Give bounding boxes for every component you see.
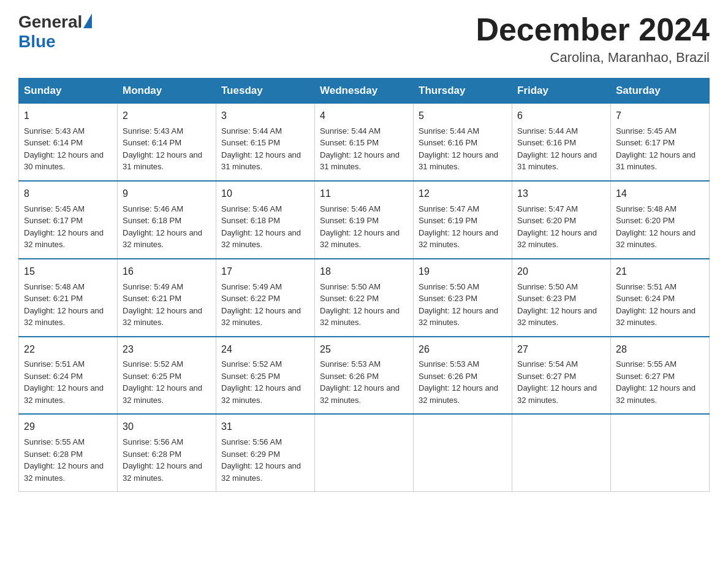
calendar-header-tuesday: Tuesday (216, 79, 315, 104)
calendar-cell: 4Sunrise: 5:44 AMSunset: 6:15 PMDaylight… (315, 104, 414, 181)
day-number: 2 (123, 109, 211, 124)
day-number: 11 (320, 186, 408, 202)
calendar-header-thursday: Thursday (414, 79, 512, 104)
day-number: 1 (24, 109, 112, 124)
calendar-subtitle: Carolina, Maranhao, Brazil (476, 50, 710, 66)
day-info: Sunrise: 5:50 AMSunset: 6:22 PMDaylight:… (320, 281, 408, 329)
calendar-cell: 22Sunrise: 5:51 AMSunset: 6:24 PMDayligh… (19, 337, 118, 415)
day-info: Sunrise: 5:53 AMSunset: 6:26 PMDaylight:… (419, 358, 507, 406)
day-info: Sunrise: 5:51 AMSunset: 6:24 PMDaylight:… (616, 281, 704, 329)
day-info: Sunrise: 5:50 AMSunset: 6:23 PMDaylight:… (517, 281, 605, 329)
day-number: 5 (419, 109, 507, 124)
day-info: Sunrise: 5:45 AMSunset: 6:17 PMDaylight:… (24, 203, 112, 251)
day-number: 14 (616, 186, 704, 202)
day-number: 7 (616, 109, 704, 124)
header: General Blue December 2024 Carolina, Mar… (18, 12, 710, 66)
day-number: 16 (123, 264, 211, 280)
day-info: Sunrise: 5:49 AMSunset: 6:21 PMDaylight:… (123, 281, 211, 329)
calendar-cell: 7Sunrise: 5:45 AMSunset: 6:17 PMDaylight… (611, 104, 710, 181)
day-info: Sunrise: 5:43 AMSunset: 6:14 PMDaylight:… (123, 125, 211, 173)
calendar-cell: 26Sunrise: 5:53 AMSunset: 6:26 PMDayligh… (414, 337, 512, 415)
day-info: Sunrise: 5:48 AMSunset: 6:20 PMDaylight:… (616, 203, 704, 251)
day-number: 3 (221, 109, 309, 124)
day-number: 8 (24, 186, 112, 202)
calendar-cell: 24Sunrise: 5:52 AMSunset: 6:25 PMDayligh… (216, 337, 315, 415)
calendar-cell: 30Sunrise: 5:56 AMSunset: 6:28 PMDayligh… (118, 414, 216, 491)
day-info: Sunrise: 5:47 AMSunset: 6:20 PMDaylight:… (517, 203, 605, 251)
day-info: Sunrise: 5:53 AMSunset: 6:26 PMDaylight:… (320, 358, 408, 406)
calendar-cell: 28Sunrise: 5:55 AMSunset: 6:27 PMDayligh… (611, 337, 710, 415)
calendar-header-wednesday: Wednesday (315, 79, 414, 104)
calendar-cell: 19Sunrise: 5:50 AMSunset: 6:23 PMDayligh… (414, 259, 512, 337)
day-number: 4 (320, 109, 408, 124)
day-number: 26 (419, 342, 507, 358)
day-info: Sunrise: 5:52 AMSunset: 6:25 PMDaylight:… (123, 358, 211, 406)
calendar-cell (414, 414, 512, 491)
calendar-cell: 1Sunrise: 5:43 AMSunset: 6:14 PMDaylight… (19, 104, 118, 181)
calendar-cell (315, 414, 414, 491)
day-info: Sunrise: 5:46 AMSunset: 6:18 PMDaylight:… (221, 203, 309, 251)
calendar-cell: 11Sunrise: 5:46 AMSunset: 6:19 PMDayligh… (315, 181, 414, 259)
day-info: Sunrise: 5:50 AMSunset: 6:23 PMDaylight:… (419, 281, 507, 329)
calendar-header-friday: Friday (512, 79, 611, 104)
day-info: Sunrise: 5:56 AMSunset: 6:28 PMDaylight:… (123, 436, 211, 484)
calendar-header-monday: Monday (118, 79, 216, 104)
logo: General Blue (18, 12, 92, 52)
day-number: 30 (123, 419, 211, 435)
day-info: Sunrise: 5:54 AMSunset: 6:27 PMDaylight:… (517, 358, 605, 406)
calendar-cell: 21Sunrise: 5:51 AMSunset: 6:24 PMDayligh… (611, 259, 710, 337)
day-number: 6 (517, 109, 605, 124)
calendar-week-row: 15Sunrise: 5:48 AMSunset: 6:21 PMDayligh… (19, 259, 710, 337)
calendar-cell: 20Sunrise: 5:50 AMSunset: 6:23 PMDayligh… (512, 259, 611, 337)
day-info: Sunrise: 5:44 AMSunset: 6:16 PMDaylight:… (419, 125, 507, 173)
calendar-cell: 18Sunrise: 5:50 AMSunset: 6:22 PMDayligh… (315, 259, 414, 337)
calendar-header-saturday: Saturday (611, 79, 710, 104)
day-number: 28 (616, 342, 704, 358)
day-info: Sunrise: 5:52 AMSunset: 6:25 PMDaylight:… (221, 358, 309, 406)
calendar-cell: 31Sunrise: 5:56 AMSunset: 6:29 PMDayligh… (216, 414, 315, 491)
calendar-cell: 12Sunrise: 5:47 AMSunset: 6:19 PMDayligh… (414, 181, 512, 259)
calendar-cell: 15Sunrise: 5:48 AMSunset: 6:21 PMDayligh… (19, 259, 118, 337)
day-number: 31 (221, 419, 309, 435)
calendar-cell: 13Sunrise: 5:47 AMSunset: 6:20 PMDayligh… (512, 181, 611, 259)
day-info: Sunrise: 5:46 AMSunset: 6:18 PMDaylight:… (123, 203, 211, 251)
calendar-cell (611, 414, 710, 491)
day-info: Sunrise: 5:51 AMSunset: 6:24 PMDaylight:… (24, 358, 112, 406)
calendar-cell: 27Sunrise: 5:54 AMSunset: 6:27 PMDayligh… (512, 337, 611, 415)
day-number: 13 (517, 186, 605, 202)
day-number: 24 (221, 342, 309, 358)
calendar-header-row: SundayMondayTuesdayWednesdayThursdayFrid… (19, 79, 710, 104)
day-number: 21 (616, 264, 704, 280)
calendar-table: SundayMondayTuesdayWednesdayThursdayFrid… (18, 78, 710, 492)
calendar-week-row: 22Sunrise: 5:51 AMSunset: 6:24 PMDayligh… (19, 337, 710, 415)
logo-triangle-icon (83, 13, 92, 28)
calendar-cell: 14Sunrise: 5:48 AMSunset: 6:20 PMDayligh… (611, 181, 710, 259)
calendar-cell: 8Sunrise: 5:45 AMSunset: 6:17 PMDaylight… (19, 181, 118, 259)
day-info: Sunrise: 5:48 AMSunset: 6:21 PMDaylight:… (24, 281, 112, 329)
day-info: Sunrise: 5:44 AMSunset: 6:15 PMDaylight:… (221, 125, 309, 173)
day-info: Sunrise: 5:43 AMSunset: 6:14 PMDaylight:… (24, 125, 112, 173)
calendar-title: December 2024 (476, 12, 710, 47)
day-info: Sunrise: 5:44 AMSunset: 6:15 PMDaylight:… (320, 125, 408, 173)
calendar-cell: 6Sunrise: 5:44 AMSunset: 6:16 PMDaylight… (512, 104, 611, 181)
day-info: Sunrise: 5:55 AMSunset: 6:28 PMDaylight:… (24, 436, 112, 484)
calendar-cell (512, 414, 611, 491)
day-number: 20 (517, 264, 605, 280)
day-number: 19 (419, 264, 507, 280)
day-info: Sunrise: 5:45 AMSunset: 6:17 PMDaylight:… (616, 125, 704, 173)
day-info: Sunrise: 5:46 AMSunset: 6:19 PMDaylight:… (320, 203, 408, 251)
calendar-cell: 25Sunrise: 5:53 AMSunset: 6:26 PMDayligh… (315, 337, 414, 415)
calendar-cell: 23Sunrise: 5:52 AMSunset: 6:25 PMDayligh… (118, 337, 216, 415)
calendar-cell: 2Sunrise: 5:43 AMSunset: 6:14 PMDaylight… (118, 104, 216, 181)
day-number: 18 (320, 264, 408, 280)
day-number: 29 (24, 419, 112, 435)
day-number: 22 (24, 342, 112, 358)
logo-general-text: General (18, 12, 82, 32)
calendar-cell: 17Sunrise: 5:49 AMSunset: 6:22 PMDayligh… (216, 259, 315, 337)
day-number: 17 (221, 264, 309, 280)
day-info: Sunrise: 5:44 AMSunset: 6:16 PMDaylight:… (517, 125, 605, 173)
day-info: Sunrise: 5:49 AMSunset: 6:22 PMDaylight:… (221, 281, 309, 329)
day-number: 15 (24, 264, 112, 280)
calendar-week-row: 8Sunrise: 5:45 AMSunset: 6:17 PMDaylight… (19, 181, 710, 259)
day-number: 25 (320, 342, 408, 358)
